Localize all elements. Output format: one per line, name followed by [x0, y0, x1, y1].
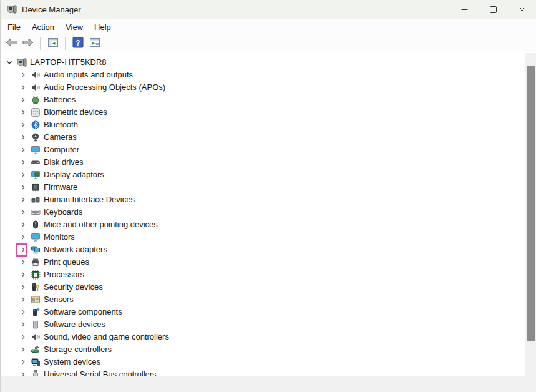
tree-item-label: Storage controllers — [44, 343, 112, 356]
tree-item-software-devices[interactable]: Software devices — [18, 318, 536, 331]
fingerprint-icon — [31, 107, 41, 117]
chevron-right-icon[interactable] — [18, 232, 28, 242]
action-pane-icon — [89, 36, 101, 51]
tree-item-print-queues[interactable]: Print queues — [18, 256, 536, 268]
toolbar-separator — [40, 37, 41, 50]
chevron-right-icon[interactable] — [18, 182, 28, 192]
tree-item-bluetooth[interactable]: Bluetooth — [18, 119, 536, 131]
battery-icon — [31, 95, 41, 105]
chevron-right-icon[interactable] — [18, 370, 28, 376]
speaker-icon — [31, 70, 41, 80]
tree-item-label: Sound, video and game controllers — [44, 331, 169, 343]
vertical-scrollbar[interactable] — [525, 53, 536, 376]
tree-item-label: Universal Serial Bus controllers — [44, 368, 157, 376]
printer-icon — [31, 257, 41, 267]
menu-item-help[interactable]: Help — [89, 20, 117, 34]
tree-item-batteries[interactable]: Batteries — [18, 94, 536, 106]
tree-item-mice-and-other-pointing-devices[interactable]: Mice and other pointing devices — [18, 218, 536, 231]
tree-item-keyboards[interactable]: Keyboards — [18, 206, 536, 218]
close-button[interactable] — [507, 0, 536, 19]
chevron-right-icon[interactable] — [18, 357, 28, 367]
tree-item-security-devices[interactable]: Security devices — [18, 281, 536, 293]
firmware-icon — [31, 182, 41, 192]
tree-item-human-interface-devices[interactable]: Human Interface Devices — [18, 194, 536, 206]
chevron-right-icon[interactable] — [18, 345, 28, 355]
tree-item-firmware[interactable]: Firmware — [18, 181, 536, 194]
tree-item-computer[interactable]: Computer — [18, 144, 536, 156]
chevron-right-icon[interactable] — [18, 170, 28, 180]
chevron-right-icon[interactable] — [18, 207, 28, 217]
tree-item-biometric-devices[interactable]: Biometric devices — [18, 106, 536, 119]
tree-item-label: Human Interface Devices — [44, 194, 135, 206]
chevron-right-icon[interactable] — [18, 132, 28, 142]
chevron-right-icon[interactable] — [18, 195, 28, 205]
security-icon — [31, 282, 41, 292]
chevron-right-icon[interactable] — [18, 295, 28, 305]
toolbar-separator — [65, 37, 66, 50]
show-hide-console-tree-button[interactable] — [45, 36, 61, 51]
tree-item-label: Print queues — [44, 256, 89, 268]
tree-item-network-adapters[interactable]: Network adapters — [18, 243, 536, 256]
disk-icon — [31, 157, 41, 167]
tree-item-label: Disk drives — [44, 156, 84, 169]
tree-item-cameras[interactable]: Cameras — [18, 131, 536, 144]
chevron-right-icon[interactable] — [18, 157, 28, 167]
chevron-right-icon[interactable] — [18, 120, 28, 130]
chevron-right-icon[interactable] — [18, 95, 28, 105]
tree-item-display-adaptors[interactable]: Display adaptors — [18, 169, 536, 181]
chevron-right-icon[interactable] — [18, 220, 28, 230]
tree-item-label: Display adaptors — [44, 169, 104, 181]
device-manager-icon — [7, 4, 17, 14]
back-arrow-icon — [5, 36, 17, 51]
forward-button[interactable] — [20, 36, 36, 51]
monitor-icon — [31, 232, 41, 242]
chevron-right-icon[interactable] — [18, 257, 28, 267]
tree-item-audio-processing-objects-apos[interactable]: Audio Processing Objects (APOs) — [18, 81, 536, 94]
tree-item-laptop-htf5kdr8[interactable]: LAPTOP-HTF5KDR8 — [4, 56, 536, 69]
chevron-right-icon[interactable] — [18, 320, 28, 330]
window-title: Device Manager — [22, 5, 81, 14]
chevron-right-icon[interactable] — [18, 270, 28, 280]
chevron-right-icon[interactable] — [18, 145, 28, 155]
chevron-right-icon[interactable] — [18, 82, 28, 92]
chevron-down-icon[interactable] — [4, 57, 14, 67]
back-button[interactable] — [3, 36, 19, 51]
chevron-right-icon[interactable] — [18, 245, 28, 255]
menu-item-file[interactable]: File — [2, 20, 26, 34]
tree-item-monitors[interactable]: Monitors — [18, 231, 536, 243]
tree-item-system-devices[interactable]: System devices — [18, 356, 536, 368]
device-tree: LAPTOP-HTF5KDR8Audio inputs and outputsA… — [1, 52, 536, 376]
minimize-button[interactable] — [450, 0, 479, 19]
tree-item-universal-serial-bus-controllers[interactable]: Universal Serial Bus controllers — [18, 368, 536, 376]
chevron-right-icon[interactable] — [18, 282, 28, 292]
chevron-right-icon[interactable] — [18, 332, 28, 342]
chevron-right-icon[interactable] — [18, 70, 28, 80]
tree-item-sensors[interactable]: Sensors — [18, 293, 536, 306]
bluetooth-icon — [31, 120, 41, 130]
menu-bar: FileActionViewHelp — [1, 19, 536, 35]
svg-text:?: ? — [76, 39, 80, 47]
device-manager-window: Device Manager FileActionViewHelp ? LAPT… — [0, 0, 536, 392]
menu-item-action[interactable]: Action — [26, 20, 60, 34]
chevron-right-icon[interactable] — [18, 307, 28, 317]
tree-item-storage-controllers[interactable]: Storage controllers — [18, 343, 536, 356]
maximize-icon — [490, 6, 497, 13]
tree-item-label: Batteries — [44, 94, 76, 106]
tree-item-label: Cameras — [44, 131, 77, 144]
scrollbar-thumb[interactable] — [527, 66, 535, 341]
maximize-button[interactable] — [479, 0, 507, 19]
help-button[interactable]: ? — [70, 36, 85, 51]
usb-icon — [31, 370, 41, 376]
tree-item-processors[interactable]: Processors — [18, 268, 536, 281]
show-hide-action-pane-button[interactable] — [87, 36, 102, 51]
tree-item-label: Audio Processing Objects (APOs) — [44, 81, 165, 94]
menu-item-view[interactable]: View — [60, 20, 89, 34]
tree-item-disk-drives[interactable]: Disk drives — [18, 156, 536, 169]
computer-icon — [17, 57, 27, 67]
tree-item-audio-inputs-and-outputs[interactable]: Audio inputs and outputs — [18, 69, 536, 81]
software-component-icon — [31, 307, 41, 317]
tree-item-software-components[interactable]: Software components — [18, 306, 536, 318]
tree-item-sound-video-and-game-controllers[interactable]: Sound, video and game controllers — [18, 331, 536, 343]
storage-icon — [31, 345, 41, 355]
chevron-right-icon[interactable] — [18, 107, 28, 117]
